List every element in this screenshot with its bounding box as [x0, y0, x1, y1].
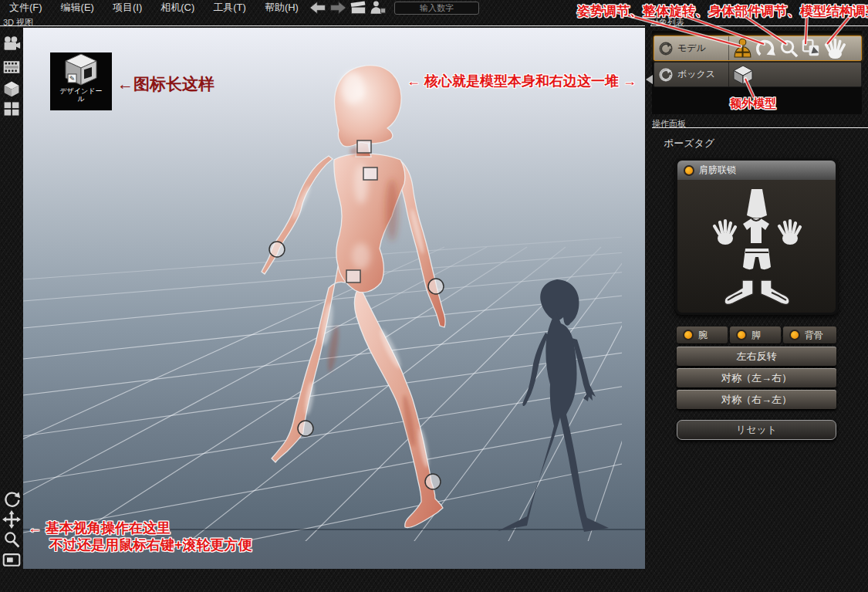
frame-view-icon[interactable]	[0, 550, 23, 570]
extra-model-annotation: 额外模型	[730, 96, 776, 111]
menu-help[interactable]: 帮助(H)	[255, 0, 308, 16]
row-divider	[728, 36, 729, 60]
arm-toggle-dot	[683, 330, 694, 340]
boots-part-icon[interactable]	[722, 279, 792, 311]
toggle-leg-label: 脚	[751, 329, 761, 342]
object-row-box[interactable]: ボックス	[654, 62, 862, 87]
left-toolbar	[0, 28, 23, 592]
symmetry-rl-button[interactable]: 对称（右→左）	[677, 390, 836, 409]
designdoll-app: { "app": { "menu": ["文件(F)", "编辑(E)", "项…	[0, 0, 868, 592]
pose-link-header[interactable]: 肩膀联锁	[677, 161, 836, 180]
row-divider	[728, 63, 729, 86]
link-status-dot	[684, 165, 694, 176]
neck-handle[interactable]	[357, 140, 371, 153]
left-wrist-handle[interactable]	[269, 242, 285, 257]
part-adjust-icon[interactable]	[778, 38, 799, 59]
redo-icon[interactable]	[329, 0, 347, 16]
menu-tools[interactable]: 工具(T)	[204, 0, 255, 16]
menu-edit[interactable]: 编辑(E)	[52, 0, 103, 16]
pose-link-title: 肩膀联锁	[699, 164, 736, 177]
silhouette-model[interactable]	[498, 279, 609, 532]
orbit-view-icon[interactable]	[0, 489, 23, 509]
undo-icon[interactable]	[309, 0, 327, 16]
menu-project[interactable]: 项目(I)	[103, 0, 151, 16]
right-hand-part-icon[interactable]	[776, 218, 802, 245]
pan-view-icon[interactable]	[0, 509, 23, 529]
structure-adjust-icon[interactable]	[801, 38, 822, 59]
cube-view-icon[interactable]	[0, 79, 23, 99]
object-row-box-label: ボックス	[677, 68, 728, 81]
symmetry-lr-button[interactable]: 对称（左→右）	[677, 368, 836, 387]
focus-box-icon[interactable]	[654, 67, 677, 83]
mannequin-model[interactable]	[262, 66, 445, 528]
operation-panel-rule	[652, 127, 868, 128]
panel-collapse-arrow[interactable]	[645, 74, 654, 85]
flip-lr-button[interactable]: 左右反转	[677, 347, 836, 366]
spine-toggle-dot	[789, 330, 800, 340]
pose-adjust-icon[interactable]	[732, 38, 753, 59]
viewport-pane-rule	[0, 25, 645, 26]
torso-part-icon[interactable]	[741, 217, 772, 245]
left-hand-part-icon[interactable]	[711, 218, 738, 245]
toggle-arm-button[interactable]: 腕	[677, 326, 728, 343]
menu-camera[interactable]: 相机(C)	[151, 0, 204, 16]
extra-model-cube-icon[interactable]	[732, 64, 754, 86]
zoom-view-icon[interactable]	[0, 529, 23, 550]
toggle-leg-button[interactable]: 脚	[730, 326, 781, 343]
menu-file[interactable]: 文件(F)	[0, 0, 52, 16]
add-model-icon[interactable]	[369, 0, 387, 16]
chest-handle[interactable]	[363, 167, 377, 180]
shorts-part-icon[interactable]	[741, 247, 772, 278]
view-annotation-line1: ← 基本视角操作在这里	[28, 519, 171, 537]
toggle-spine-label: 背骨	[805, 329, 823, 342]
desktop-icon-tile: ✎ デザインドー ル	[50, 52, 112, 110]
designdoll-cube-icon: ✎	[61, 52, 101, 86]
object-row-model[interactable]: モデル	[654, 36, 862, 61]
film-strip-icon[interactable]	[0, 57, 23, 77]
hand-adjust-icon[interactable]	[823, 37, 846, 59]
object-row-model-label: モデル	[677, 42, 728, 55]
view-annotation-line2: 不过还是用鼠标右键+滚轮更方便	[49, 536, 252, 554]
leg-toggle-dot	[736, 330, 747, 340]
movie-camera-icon[interactable]	[0, 34, 23, 54]
toolbar-annotation: 姿势调节、整体旋转、身体部件调节、模型结构调整、手	[577, 2, 868, 20]
svg-text:✎: ✎	[69, 75, 76, 83]
viewport-3d[interactable]	[23, 28, 645, 569]
render-icon[interactable]	[349, 0, 367, 16]
icon-annotation: ←图标长这样	[117, 73, 214, 95]
left-ankle-handle[interactable]	[298, 421, 313, 436]
object-list-pane-rule	[650, 25, 868, 26]
split-view-icon[interactable]	[0, 99, 23, 119]
right-wrist-handle[interactable]	[428, 279, 444, 294]
toggle-arm-label: 腕	[698, 329, 708, 342]
reset-button[interactable]: リセット	[677, 420, 836, 440]
viewport-pane-label: 3D 视图	[3, 17, 33, 29]
right-ankle-handle[interactable]	[425, 474, 441, 489]
pose-tag-label: ポーズタグ	[664, 137, 714, 151]
viewport-scene	[23, 28, 645, 569]
rotate-whole-icon[interactable]	[755, 37, 777, 59]
core-annotation: ← 核心就是模型本身和右边这一堆 →	[407, 72, 637, 90]
number-input[interactable]	[394, 2, 479, 15]
toggle-spine-button[interactable]: 背骨	[783, 326, 836, 343]
focus-model-icon[interactable]	[654, 41, 677, 56]
desktop-icon-caption: デザインドー ル	[59, 87, 102, 103]
pelvis-handle[interactable]	[346, 270, 360, 282]
